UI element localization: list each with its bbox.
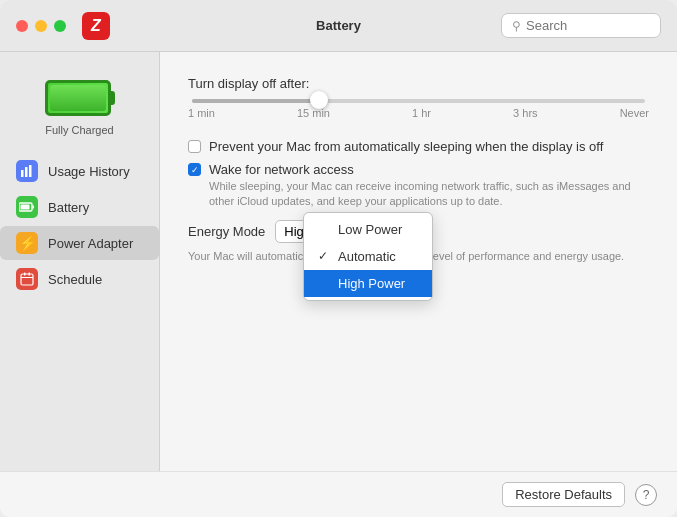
sidebar-item-battery[interactable]: Battery [0,190,159,224]
restore-defaults-button[interactable]: Restore Defaults [502,482,625,507]
prevent-sleep-label: Prevent your Mac from automatically slee… [209,139,603,154]
search-input[interactable] [526,18,646,33]
usage-history-label: Usage History [48,164,130,179]
tick-never: Never [620,107,649,119]
prevent-sleep-checkbox[interactable] [188,140,201,153]
prevent-sleep-row[interactable]: Prevent your Mac from automatically slee… [188,139,649,154]
sidebar-item-schedule[interactable]: Schedule [0,262,159,296]
high-power-label: High Power [338,276,405,291]
high-power-check [318,276,332,290]
battery-icon [45,80,115,116]
window-title: Battery [316,18,361,33]
close-button[interactable] [16,20,28,32]
energy-mode-label: Energy Mode [188,224,265,239]
battery-label: Battery [48,200,89,215]
display-off-section: Turn display off after: 1 min 15 min 1 h… [188,76,649,119]
wake-network-checkbox[interactable]: ✓ [188,163,201,176]
energy-mode-row: Energy Mode High Power ▼ Low Power ✓ [188,220,649,243]
automatic-label: Automatic [338,249,396,264]
tick-3hrs: 3 hrs [513,107,537,119]
slider-area[interactable] [192,99,645,103]
svg-rect-8 [29,273,31,276]
content-area: Turn display off after: 1 min 15 min 1 h… [160,52,677,471]
schedule-label: Schedule [48,272,102,287]
power-adapter-label: Power Adapter [48,236,133,251]
svg-rect-1 [25,167,28,177]
battery-nav-icon [16,196,38,218]
battery-fill [50,85,106,111]
wake-network-text: Wake for network access While sleeping, … [209,162,649,210]
low-power-check [318,222,332,236]
main-layout: Fully Charged Usage History [0,52,677,471]
system-preferences-window: Z Battery ⚲ Fully Charged [0,0,677,517]
dropdown-option-automatic[interactable]: ✓ Automatic [304,243,432,270]
search-box[interactable]: ⚲ [501,13,661,38]
wake-network-row[interactable]: ✓ Wake for network access While sleeping… [188,162,649,210]
titlebar: Z Battery ⚲ [0,0,677,52]
svg-rect-2 [29,165,32,177]
slider-filled [192,99,319,103]
wake-network-sublabel: While sleeping, your Mac can receive inc… [209,179,649,210]
battery-nub [110,91,115,105]
schedule-icon [16,268,38,290]
battery-status-area: Fully Charged [0,72,159,152]
energy-mode-dropdown-menu: Low Power ✓ Automatic High Power [303,212,433,301]
power-adapter-icon: ⚡ [16,232,38,254]
svg-rect-9 [21,277,33,278]
low-power-label: Low Power [338,222,402,237]
wake-network-label: Wake for network access [209,162,649,177]
automatic-check: ✓ [318,249,332,263]
svg-rect-4 [21,205,30,210]
energy-mode-section: Energy Mode High Power ▼ Low Power ✓ [188,220,649,264]
tick-15min: 15 min [297,107,330,119]
svg-rect-0 [21,170,24,177]
minimize-button[interactable] [35,20,47,32]
slider-ticks: 1 min 15 min 1 hr 3 hrs Never [188,107,649,119]
app-icon: Z [82,12,110,40]
tick-1hr: 1 hr [412,107,431,119]
sidebar: Fully Charged Usage History [0,52,160,471]
svg-rect-7 [24,273,26,276]
help-button[interactable]: ? [635,484,657,506]
sidebar-item-usage-history[interactable]: Usage History [0,154,159,188]
search-icon: ⚲ [512,19,521,33]
battery-status-label: Fully Charged [45,124,113,136]
display-off-label: Turn display off after: [188,76,649,91]
dropdown-option-high-power[interactable]: High Power [304,270,432,297]
battery-body [45,80,111,116]
traffic-lights [16,20,66,32]
tick-1min: 1 min [188,107,215,119]
dropdown-option-low-power[interactable]: Low Power [304,216,432,243]
slider-thumb[interactable] [310,91,328,109]
slider-track [192,99,645,103]
sidebar-item-power-adapter[interactable]: ⚡ Power Adapter [0,226,159,260]
maximize-button[interactable] [54,20,66,32]
bottom-bar: Restore Defaults ? [0,471,677,517]
svg-rect-5 [33,206,35,209]
usage-history-icon [16,160,38,182]
svg-rect-6 [21,274,33,285]
